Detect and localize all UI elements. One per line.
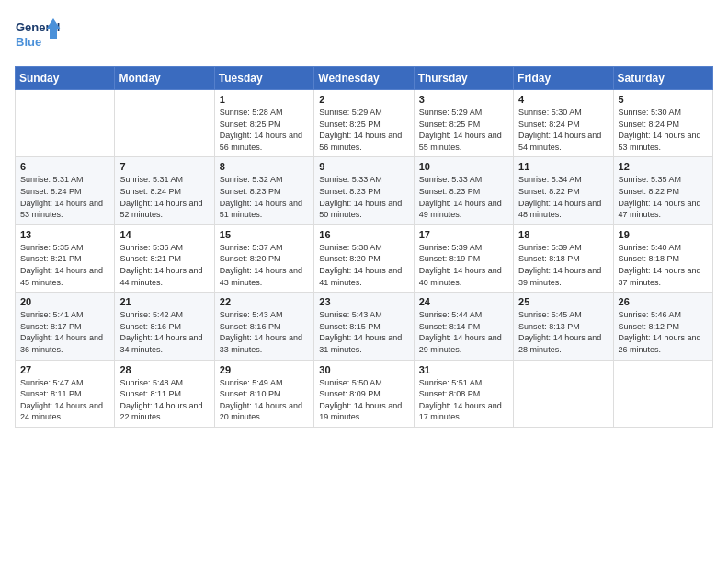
calendar-cell: 29Sunrise: 5:49 AM Sunset: 8:10 PM Dayli… bbox=[214, 360, 313, 427]
calendar-cell: 1Sunrise: 5:28 AM Sunset: 8:25 PM Daylig… bbox=[214, 90, 313, 157]
day-number: 23 bbox=[319, 296, 408, 307]
day-number: 11 bbox=[518, 161, 608, 172]
day-info: Sunrise: 5:41 AM Sunset: 8:17 PM Dayligh… bbox=[20, 309, 109, 355]
day-number: 14 bbox=[119, 229, 209, 240]
calendar-cell: 10Sunrise: 5:33 AM Sunset: 8:23 PM Dayli… bbox=[414, 157, 513, 224]
day-info: Sunrise: 5:36 AM Sunset: 8:21 PM Dayligh… bbox=[119, 242, 209, 288]
day-number: 25 bbox=[518, 296, 608, 307]
day-info: Sunrise: 5:48 AM Sunset: 8:11 PM Dayligh… bbox=[119, 377, 209, 423]
svg-text:Blue: Blue bbox=[16, 35, 41, 49]
weekday-header-wednesday: Wednesday bbox=[314, 67, 414, 90]
calendar-cell: 16Sunrise: 5:38 AM Sunset: 8:20 PM Dayli… bbox=[314, 224, 414, 292]
logo-svg: General Blue bbox=[15, 15, 61, 55]
calendar-cell bbox=[115, 90, 214, 157]
day-info: Sunrise: 5:33 AM Sunset: 8:23 PM Dayligh… bbox=[319, 174, 408, 220]
logo: General Blue bbox=[15, 15, 61, 55]
day-info: Sunrise: 5:30 AM Sunset: 8:24 PM Dayligh… bbox=[518, 107, 608, 153]
calendar-cell: 11Sunrise: 5:34 AM Sunset: 8:22 PM Dayli… bbox=[514, 157, 613, 224]
calendar-week-5: 27Sunrise: 5:47 AM Sunset: 8:11 PM Dayli… bbox=[16, 360, 713, 427]
day-number: 28 bbox=[119, 364, 209, 375]
calendar-cell: 12Sunrise: 5:35 AM Sunset: 8:22 PM Dayli… bbox=[613, 157, 712, 224]
calendar-cell: 2Sunrise: 5:29 AM Sunset: 8:25 PM Daylig… bbox=[314, 90, 414, 157]
day-number: 3 bbox=[419, 94, 508, 105]
day-info: Sunrise: 5:39 AM Sunset: 8:18 PM Dayligh… bbox=[518, 242, 608, 288]
calendar-cell: 5Sunrise: 5:30 AM Sunset: 8:24 PM Daylig… bbox=[613, 90, 712, 157]
calendar-cell: 22Sunrise: 5:43 AM Sunset: 8:16 PM Dayli… bbox=[214, 293, 313, 360]
calendar-cell: 23Sunrise: 5:43 AM Sunset: 8:15 PM Dayli… bbox=[314, 293, 414, 360]
calendar-cell: 14Sunrise: 5:36 AM Sunset: 8:21 PM Dayli… bbox=[115, 224, 214, 292]
day-info: Sunrise: 5:28 AM Sunset: 8:25 PM Dayligh… bbox=[220, 107, 309, 153]
calendar-cell: 21Sunrise: 5:42 AM Sunset: 8:16 PM Dayli… bbox=[115, 293, 214, 360]
calendar-cell: 6Sunrise: 5:31 AM Sunset: 8:24 PM Daylig… bbox=[16, 157, 115, 224]
day-info: Sunrise: 5:51 AM Sunset: 8:08 PM Dayligh… bbox=[419, 377, 508, 423]
day-number: 6 bbox=[20, 161, 109, 172]
day-info: Sunrise: 5:33 AM Sunset: 8:23 PM Dayligh… bbox=[419, 174, 508, 220]
day-number: 27 bbox=[20, 364, 109, 375]
day-number: 12 bbox=[619, 161, 708, 172]
calendar-week-2: 6Sunrise: 5:31 AM Sunset: 8:24 PM Daylig… bbox=[16, 157, 713, 224]
day-info: Sunrise: 5:49 AM Sunset: 8:10 PM Dayligh… bbox=[220, 377, 309, 423]
weekday-header-friday: Friday bbox=[514, 67, 613, 90]
day-number: 5 bbox=[619, 94, 708, 105]
day-number: 16 bbox=[319, 229, 408, 240]
day-number: 7 bbox=[119, 161, 209, 172]
calendar-cell: 19Sunrise: 5:40 AM Sunset: 8:18 PM Dayli… bbox=[613, 224, 712, 292]
calendar-cell: 25Sunrise: 5:45 AM Sunset: 8:13 PM Dayli… bbox=[514, 293, 613, 360]
calendar-week-3: 13Sunrise: 5:35 AM Sunset: 8:21 PM Dayli… bbox=[16, 224, 713, 292]
day-number: 8 bbox=[220, 161, 309, 172]
day-info: Sunrise: 5:45 AM Sunset: 8:13 PM Dayligh… bbox=[518, 309, 608, 355]
day-info: Sunrise: 5:43 AM Sunset: 8:15 PM Dayligh… bbox=[319, 309, 408, 355]
day-info: Sunrise: 5:40 AM Sunset: 8:18 PM Dayligh… bbox=[619, 242, 708, 288]
day-info: Sunrise: 5:39 AM Sunset: 8:19 PM Dayligh… bbox=[419, 242, 508, 288]
day-info: Sunrise: 5:30 AM Sunset: 8:24 PM Dayligh… bbox=[619, 107, 708, 153]
day-number: 19 bbox=[619, 229, 708, 240]
day-info: Sunrise: 5:46 AM Sunset: 8:12 PM Dayligh… bbox=[619, 309, 708, 355]
calendar-cell: 18Sunrise: 5:39 AM Sunset: 8:18 PM Dayli… bbox=[514, 224, 613, 292]
day-info: Sunrise: 5:42 AM Sunset: 8:16 PM Dayligh… bbox=[119, 309, 209, 355]
calendar-week-1: 1Sunrise: 5:28 AM Sunset: 8:25 PM Daylig… bbox=[16, 90, 713, 157]
calendar-cell: 17Sunrise: 5:39 AM Sunset: 8:19 PM Dayli… bbox=[414, 224, 513, 292]
calendar-cell bbox=[16, 90, 115, 157]
weekday-header-row: SundayMondayTuesdayWednesdayThursdayFrid… bbox=[16, 67, 713, 90]
calendar-cell: 30Sunrise: 5:50 AM Sunset: 8:09 PM Dayli… bbox=[314, 360, 414, 427]
day-number: 29 bbox=[220, 364, 309, 375]
calendar-cell: 26Sunrise: 5:46 AM Sunset: 8:12 PM Dayli… bbox=[613, 293, 712, 360]
day-info: Sunrise: 5:34 AM Sunset: 8:22 PM Dayligh… bbox=[518, 174, 608, 220]
calendar-cell: 20Sunrise: 5:41 AM Sunset: 8:17 PM Dayli… bbox=[16, 293, 115, 360]
calendar-table: SundayMondayTuesdayWednesdayThursdayFrid… bbox=[15, 66, 713, 428]
day-number: 17 bbox=[419, 229, 508, 240]
day-info: Sunrise: 5:35 AM Sunset: 8:22 PM Dayligh… bbox=[619, 174, 708, 220]
day-number: 13 bbox=[20, 229, 109, 240]
calendar-cell: 8Sunrise: 5:32 AM Sunset: 8:23 PM Daylig… bbox=[214, 157, 313, 224]
day-number: 31 bbox=[419, 364, 508, 375]
day-number: 1 bbox=[220, 94, 309, 105]
weekday-header-monday: Monday bbox=[115, 67, 214, 90]
day-info: Sunrise: 5:37 AM Sunset: 8:20 PM Dayligh… bbox=[220, 242, 309, 288]
day-number: 18 bbox=[518, 229, 608, 240]
day-info: Sunrise: 5:29 AM Sunset: 8:25 PM Dayligh… bbox=[319, 107, 408, 153]
weekday-header-sunday: Sunday bbox=[16, 67, 115, 90]
day-number: 24 bbox=[419, 296, 508, 307]
calendar-cell: 13Sunrise: 5:35 AM Sunset: 8:21 PM Dayli… bbox=[16, 224, 115, 292]
calendar-cell: 28Sunrise: 5:48 AM Sunset: 8:11 PM Dayli… bbox=[115, 360, 214, 427]
calendar-cell: 15Sunrise: 5:37 AM Sunset: 8:20 PM Dayli… bbox=[214, 224, 313, 292]
day-number: 10 bbox=[419, 161, 508, 172]
day-info: Sunrise: 5:38 AM Sunset: 8:20 PM Dayligh… bbox=[319, 242, 408, 288]
calendar-cell: 3Sunrise: 5:29 AM Sunset: 8:25 PM Daylig… bbox=[414, 90, 513, 157]
calendar-cell bbox=[613, 360, 712, 427]
weekday-header-saturday: Saturday bbox=[613, 67, 712, 90]
day-info: Sunrise: 5:43 AM Sunset: 8:16 PM Dayligh… bbox=[220, 309, 309, 355]
day-number: 4 bbox=[518, 94, 608, 105]
page-header: General Blue bbox=[15, 15, 713, 55]
day-info: Sunrise: 5:32 AM Sunset: 8:23 PM Dayligh… bbox=[220, 174, 309, 220]
calendar-cell: 31Sunrise: 5:51 AM Sunset: 8:08 PM Dayli… bbox=[414, 360, 513, 427]
day-info: Sunrise: 5:44 AM Sunset: 8:14 PM Dayligh… bbox=[419, 309, 508, 355]
weekday-header-tuesday: Tuesday bbox=[214, 67, 313, 90]
weekday-header-thursday: Thursday bbox=[414, 67, 513, 90]
day-info: Sunrise: 5:50 AM Sunset: 8:09 PM Dayligh… bbox=[319, 377, 408, 423]
day-number: 26 bbox=[619, 296, 708, 307]
day-number: 15 bbox=[220, 229, 309, 240]
calendar-cell: 27Sunrise: 5:47 AM Sunset: 8:11 PM Dayli… bbox=[16, 360, 115, 427]
day-number: 22 bbox=[220, 296, 309, 307]
day-info: Sunrise: 5:47 AM Sunset: 8:11 PM Dayligh… bbox=[20, 377, 109, 423]
